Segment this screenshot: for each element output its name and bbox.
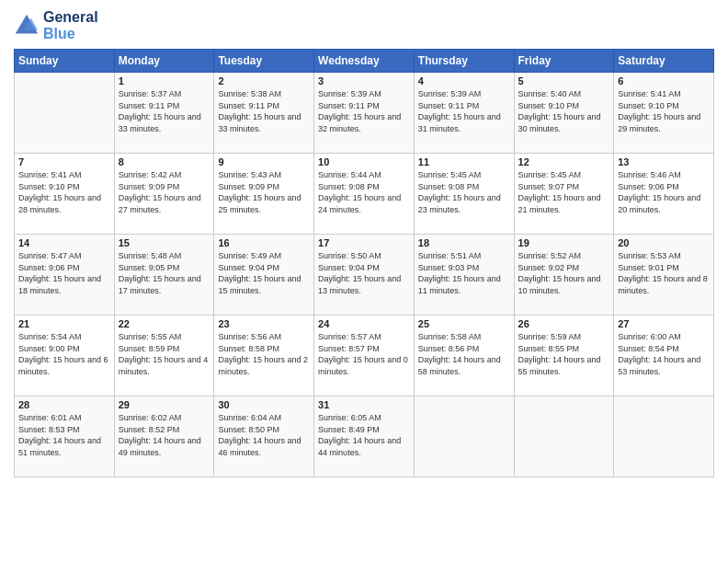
daylight: Daylight: 15 hours and 18 minutes. [18,274,101,295]
day-info: Sunrise: 6:02 AM Sunset: 8:52 PM Dayligh… [119,412,210,458]
sunset: Sunset: 9:08 PM [318,182,380,191]
calendar-week-row: 1 Sunrise: 5:37 AM Sunset: 9:11 PM Dayli… [15,73,714,154]
sunset: Sunset: 9:04 PM [318,263,380,272]
calendar-cell: 11 Sunrise: 5:45 AM Sunset: 9:08 PM Dayl… [414,154,514,235]
sunrise: Sunrise: 5:39 AM [318,89,381,98]
calendar-cell: 21 Sunrise: 5:54 AM Sunset: 9:00 PM Dayl… [15,316,115,396]
day-info: Sunrise: 5:41 AM Sunset: 9:10 PM Dayligh… [618,88,710,134]
day-info: Sunrise: 5:59 AM Sunset: 8:55 PM Dayligh… [518,331,610,377]
day-info: Sunrise: 5:42 AM Sunset: 9:09 PM Dayligh… [119,169,210,215]
day-number: 20 [618,237,710,248]
day-info: Sunrise: 5:38 AM Sunset: 9:11 PM Dayligh… [218,88,310,134]
day-number: 15 [119,237,210,248]
daylight: Daylight: 14 hours and 49 minutes. [119,436,201,457]
sunset: Sunset: 9:01 PM [618,263,679,272]
daylight: Daylight: 15 hours and 30 minutes. [518,112,601,133]
day-info: Sunrise: 5:52 AM Sunset: 9:02 PM Dayligh… [518,250,610,296]
calendar-cell: 24 Sunrise: 5:57 AM Sunset: 8:57 PM Dayl… [314,316,415,396]
sunrise: Sunrise: 6:04 AM [218,413,281,422]
calendar-cell [614,396,714,477]
calendar-cell: 22 Sunrise: 5:55 AM Sunset: 8:59 PM Dayl… [114,316,214,396]
day-info: Sunrise: 5:47 AM Sunset: 9:06 PM Dayligh… [18,250,110,296]
daylight: Daylight: 15 hours and 32 minutes. [318,112,401,133]
day-info: Sunrise: 5:55 AM Sunset: 8:59 PM Dayligh… [119,331,210,377]
day-info: Sunrise: 5:50 AM Sunset: 9:04 PM Dayligh… [318,250,410,296]
logo-text-line1: General [43,9,98,26]
calendar-cell: 1 Sunrise: 5:37 AM Sunset: 9:11 PM Dayli… [114,73,214,154]
daylight: Daylight: 15 hours and 20 minutes. [618,193,700,214]
logo-text-line2: Blue [43,26,98,42]
daylight: Daylight: 15 hours and 29 minutes. [618,112,700,133]
day-info: Sunrise: 6:00 AM Sunset: 8:54 PM Dayligh… [618,331,710,377]
sunrise: Sunrise: 5:39 AM [418,89,482,98]
day-info: Sunrise: 5:51 AM Sunset: 9:03 PM Dayligh… [418,250,510,296]
daylight: Daylight: 15 hours and 6 minutes. [18,355,108,376]
sunrise: Sunrise: 5:46 AM [618,170,681,179]
daylight: Daylight: 15 hours and 15 minutes. [218,274,301,295]
calendar-cell: 6 Sunrise: 5:41 AM Sunset: 9:10 PM Dayli… [614,73,714,154]
day-number: 2 [218,75,310,86]
sunrise: Sunrise: 6:02 AM [119,413,182,422]
weekday-header: Saturday [614,50,714,73]
day-number: 3 [318,75,410,86]
calendar-cell [514,396,614,477]
daylight: Daylight: 15 hours and 28 minutes. [18,193,101,214]
calendar-cell: 5 Sunrise: 5:40 AM Sunset: 9:10 PM Dayli… [514,73,614,154]
calendar-cell [15,73,115,154]
daylight: Daylight: 15 hours and 25 minutes. [218,193,301,214]
calendar-cell: 8 Sunrise: 5:42 AM Sunset: 9:09 PM Dayli… [114,154,214,235]
day-number: 5 [518,75,610,86]
day-number: 6 [618,75,710,86]
weekday-header: Tuesday [214,50,314,73]
calendar-cell: 16 Sunrise: 5:49 AM Sunset: 9:04 PM Dayl… [214,235,314,316]
calendar-cell [414,396,514,477]
daylight: Daylight: 15 hours and 24 minutes. [318,193,401,214]
calendar-cell: 17 Sunrise: 5:50 AM Sunset: 9:04 PM Dayl… [314,235,415,316]
sunset: Sunset: 9:00 PM [18,344,80,353]
sunset: Sunset: 9:11 PM [119,101,180,110]
daylight: Daylight: 14 hours and 44 minutes. [318,436,401,457]
day-info: Sunrise: 5:37 AM Sunset: 9:11 PM Dayligh… [119,88,210,134]
sunset: Sunset: 9:05 PM [119,263,180,272]
day-number: 23 [218,318,310,329]
weekday-header: Sunday [15,50,115,73]
calendar-cell: 3 Sunrise: 5:39 AM Sunset: 9:11 PM Dayli… [314,73,415,154]
calendar-cell: 2 Sunrise: 5:38 AM Sunset: 9:11 PM Dayli… [214,73,314,154]
calendar-cell: 28 Sunrise: 6:01 AM Sunset: 8:53 PM Dayl… [15,396,115,477]
svg-marker-0 [16,14,38,33]
day-info: Sunrise: 5:54 AM Sunset: 9:00 PM Dayligh… [18,331,110,377]
calendar-cell: 19 Sunrise: 5:52 AM Sunset: 9:02 PM Dayl… [514,235,614,316]
day-number: 13 [618,156,710,167]
sunrise: Sunrise: 5:48 AM [119,251,182,260]
day-number: 9 [218,156,310,167]
sunset: Sunset: 9:10 PM [18,182,80,191]
sunset: Sunset: 9:09 PM [119,182,180,191]
daylight: Daylight: 15 hours and 8 minutes. [618,274,708,295]
calendar-cell: 26 Sunrise: 5:59 AM Sunset: 8:55 PM Dayl… [514,316,614,396]
day-info: Sunrise: 5:39 AM Sunset: 9:11 PM Dayligh… [318,88,410,134]
calendar-cell: 30 Sunrise: 6:04 AM Sunset: 8:50 PM Dayl… [214,396,314,477]
sunrise: Sunrise: 5:57 AM [318,332,381,341]
calendar-page: General Blue SundayMondayTuesdayWednesda… [0,0,728,563]
sunrise: Sunrise: 5:45 AM [518,170,582,179]
sunrise: Sunrise: 5:49 AM [218,251,281,260]
sunset: Sunset: 8:49 PM [318,425,380,434]
day-number: 24 [318,318,410,329]
day-info: Sunrise: 5:45 AM Sunset: 9:07 PM Dayligh… [518,169,610,215]
daylight: Daylight: 15 hours and 11 minutes. [418,274,501,295]
daylight: Daylight: 15 hours and 33 minutes. [119,112,201,133]
calendar-cell: 10 Sunrise: 5:44 AM Sunset: 9:08 PM Dayl… [314,154,415,235]
weekday-header: Wednesday [314,50,415,73]
day-info: Sunrise: 5:44 AM Sunset: 9:08 PM Dayligh… [318,169,410,215]
day-number: 17 [318,237,410,248]
daylight: Daylight: 15 hours and 2 minutes. [218,355,308,376]
day-number: 12 [518,156,610,167]
day-info: Sunrise: 5:56 AM Sunset: 8:58 PM Dayligh… [218,331,310,377]
day-info: Sunrise: 5:41 AM Sunset: 9:10 PM Dayligh… [18,169,110,215]
daylight: Daylight: 15 hours and 0 minutes. [318,355,408,376]
day-number: 8 [119,156,210,167]
day-info: Sunrise: 5:43 AM Sunset: 9:09 PM Dayligh… [218,169,310,215]
sunrise: Sunrise: 6:05 AM [318,413,381,422]
sunset: Sunset: 8:53 PM [18,425,80,434]
sunset: Sunset: 8:59 PM [119,344,180,353]
